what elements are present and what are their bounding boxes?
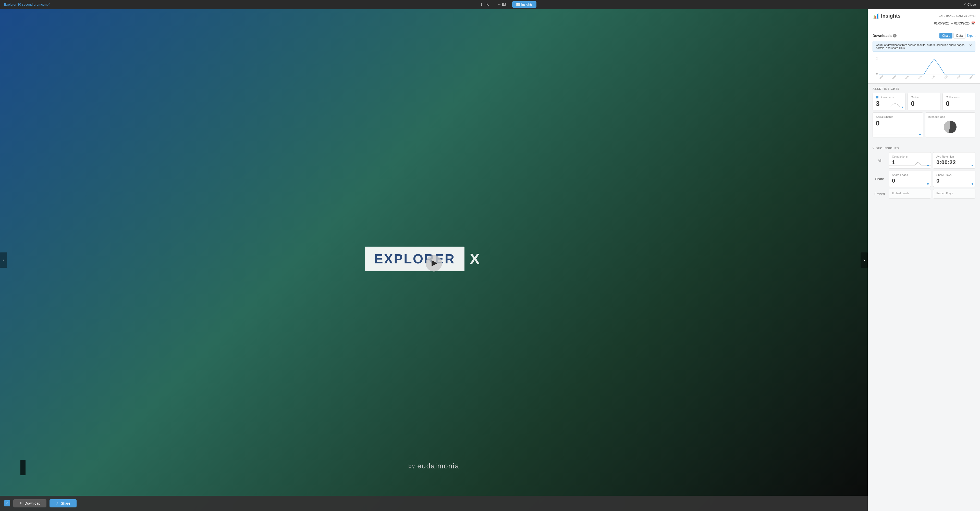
play-arrow-icon (431, 260, 437, 267)
completions-mini-chart (889, 160, 931, 166)
insights-logo-icon: 📊 (873, 13, 879, 19)
download-icon: ⬇ (19, 501, 22, 505)
tab-info[interactable]: ℹ Info (477, 1, 493, 8)
downloads-title-row: Downloads i Chart Data Export (873, 33, 975, 38)
video-area: EXPLORER X by eudaimonia ‹ › ✓ ⬇ Downloa… (0, 9, 868, 511)
intended-use-card: Intended Use (925, 113, 976, 137)
svg-text:01/26: 01/26 (943, 75, 948, 79)
tab-insights[interactable]: 📊 Insights (512, 1, 536, 8)
video-share-row: Share Share Loads 0 Share Plays 0 (873, 171, 975, 187)
topbar: Explorer 30 second promo.mp4 ℹ Info ✏ Ed… (0, 0, 980, 9)
svg-text:01/06: 01/06 (879, 75, 883, 79)
info-banner-close[interactable]: ✕ (969, 43, 972, 48)
svg-text:01/18: 01/18 (918, 75, 922, 79)
social-shares-card: Social Shares 0 (873, 113, 923, 137)
pie-svg (942, 119, 958, 135)
date-separator: – (951, 22, 953, 25)
collections-card: Collections 0 (942, 93, 975, 110)
avg-retention-card: Avg Retention 0:00:22 (933, 152, 975, 168)
completions-label: Completions (892, 155, 928, 158)
date-to: 02/03/2020 (954, 22, 969, 25)
insights-icon: 📊 (516, 3, 520, 6)
main-layout: EXPLORER X by eudaimonia ‹ › ✓ ⬇ Downloa… (0, 9, 980, 511)
video-share-label: Share (873, 171, 886, 187)
share-loads-label: Share Loads (892, 173, 928, 176)
embed-plays-label: Embed Plays (936, 192, 972, 195)
asset-insights-section: ASSET INSIGHTS Downloads 3 (868, 84, 980, 143)
video-all-row: All Completions 1 Avg Reten (873, 152, 975, 168)
svg-text:01/22: 01/22 (931, 75, 935, 79)
share-loads-dot (927, 183, 929, 185)
logo-box: EXPLORER X (365, 247, 480, 271)
share-plays-label: Share Plays (936, 173, 972, 176)
data-tab[interactable]: Data (953, 33, 966, 38)
completions-chart-dot (927, 165, 929, 166)
svg-text:0: 0 (877, 72, 878, 75)
svg-text:2: 2 (877, 57, 878, 60)
downloads-section: Downloads i Chart Data Export Count of d… (868, 29, 980, 84)
downloads-label: Downloads i (873, 34, 897, 38)
share-button[interactable]: ↗ Share (49, 499, 76, 508)
calendar-icon[interactable]: 📅 (971, 21, 975, 25)
insights-header: 📊 Insights DATE RANGE (LAST 30 DAYS) 01/… (868, 9, 980, 29)
intended-use-label: Intended Use (928, 115, 972, 118)
retention-chart-dot (972, 165, 973, 166)
video-insights-label: VIDEO INSIGHTS (873, 147, 975, 150)
avg-retention-value: 0:00:22 (936, 159, 972, 166)
brand-text: by eudaimonia (408, 462, 460, 470)
info-banner-text: Count of downloads from search results, … (876, 43, 969, 49)
asset-cards-row-2: Social Shares 0 Intended Use (873, 113, 975, 137)
close-button[interactable]: ✕ Close (963, 3, 976, 6)
downloads-dot (876, 96, 878, 98)
by-label: by (408, 463, 415, 470)
downloads-chart-tabs: Chart Data Export (939, 33, 975, 38)
x-logo-text: X (469, 250, 480, 268)
tab-edit[interactable]: ✏ Edit (494, 1, 511, 8)
date-from: 01/05/2020 (934, 22, 950, 25)
select-checkbox[interactable]: ✓ (4, 500, 10, 506)
file-title[interactable]: Explorer 30 second promo.mp4 (4, 3, 50, 6)
svg-text:01/30: 01/30 (956, 75, 961, 79)
chart-end-dot (902, 106, 903, 108)
share-loads-card: Share Loads 0 (889, 171, 931, 187)
asset-cards-row: Downloads 3 Orders 0 (873, 93, 975, 110)
completions-card: Completions 1 (889, 152, 931, 168)
nav-arrow-right[interactable]: › (861, 252, 868, 268)
video-all-label: All (873, 152, 886, 168)
video-embed-row: Embed Embed Loads Embed Plays (873, 189, 975, 198)
collections-card-label: Collections (946, 95, 972, 99)
social-mini-chart (873, 129, 923, 135)
downloads-info-icon[interactable]: i (893, 34, 897, 38)
avg-retention-label: Avg Retention (936, 155, 972, 158)
svg-text:01/10: 01/10 (892, 75, 896, 79)
export-button[interactable]: Export (966, 33, 975, 38)
asset-insights-label: ASSET INSIGHTS (873, 87, 975, 90)
edit-icon: ✏ (498, 3, 501, 6)
downloads-chart: 2 0 01/06 01/10 01/14 01/18 01/22 01/26 … (873, 54, 975, 80)
info-banner: Count of downloads from search results, … (873, 41, 975, 52)
info-icon: ℹ (481, 3, 482, 6)
download-button[interactable]: ⬇ Download (13, 499, 46, 508)
orders-card-value: 0 (911, 100, 937, 108)
downloads-mini-chart (873, 102, 905, 108)
play-button[interactable] (426, 255, 442, 271)
date-range-row: 01/05/2020 – 02/03/2020 📅 (873, 21, 975, 25)
share-loads-value: 0 (892, 178, 928, 184)
video-share-cards: Share Loads 0 Share Plays 0 (889, 171, 975, 187)
chart-tab[interactable]: Chart (939, 33, 953, 38)
embed-loads-label: Embed Loads (892, 192, 928, 195)
orders-card: Orders 0 (907, 93, 940, 110)
embed-plays-card: Embed Plays (933, 189, 975, 198)
social-shares-label: Social Shares (876, 115, 920, 118)
video-embed-cards: Embed Loads Embed Plays (889, 189, 975, 198)
social-chart-dot (919, 133, 921, 135)
nav-arrow-left[interactable]: ‹ (0, 252, 7, 268)
collections-card-value: 0 (946, 100, 972, 108)
silhouette-person (21, 460, 25, 475)
explorer-box: EXPLORER (365, 247, 465, 271)
chart-svg: 2 0 01/06 01/10 01/14 01/18 01/22 01/26 … (873, 54, 975, 80)
downloads-card: Downloads 3 (873, 93, 905, 110)
svg-text:01/14: 01/14 (905, 75, 909, 79)
date-range-label: DATE RANGE (LAST 30 DAYS) (903, 14, 975, 17)
brand-name: eudaimonia (417, 462, 460, 470)
